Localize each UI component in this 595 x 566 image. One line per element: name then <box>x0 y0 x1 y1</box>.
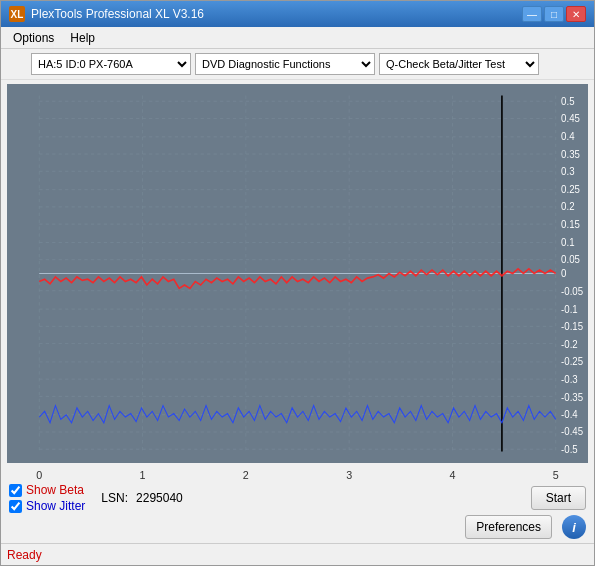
lsn-value: 2295040 <box>136 491 183 505</box>
svg-text:1: 1 <box>140 470 146 481</box>
toolbar: HA:5 ID:0 PX-760A DVD Diagnostic Functio… <box>1 49 594 80</box>
preferences-button[interactable]: Preferences <box>465 515 552 539</box>
drive-icon <box>7 54 27 74</box>
test-select[interactable]: Q-Check Beta/Jitter Test <box>379 53 539 75</box>
lsn-group: LSN: 2295040 <box>101 491 514 505</box>
svg-text:0: 0 <box>561 268 567 279</box>
title-bar: XL PlexTools Professional XL V3.16 — □ ✕ <box>1 1 594 27</box>
svg-text:3: 3 <box>346 470 352 481</box>
svg-text:2: 2 <box>243 470 249 481</box>
controls-row-1: Show Beta Show Jitter LSN: 2295040 Start <box>1 483 594 513</box>
status-bar: Ready <box>1 543 594 565</box>
lsn-label: LSN: <box>101 491 128 505</box>
svg-text:-0.3: -0.3 <box>561 373 578 384</box>
controls-row-2: Preferences i <box>1 513 594 543</box>
show-beta-checkbox[interactable] <box>9 484 22 497</box>
svg-text:-0.45: -0.45 <box>561 426 583 437</box>
menu-help[interactable]: Help <box>62 29 103 47</box>
svg-text:0.5: 0.5 <box>561 95 575 106</box>
svg-text:0.15: 0.15 <box>561 218 580 229</box>
svg-text:0.25: 0.25 <box>561 184 580 195</box>
function-select[interactable]: DVD Diagnostic Functions <box>195 53 375 75</box>
svg-text:0.05: 0.05 <box>561 254 580 265</box>
svg-text:0: 0 <box>36 470 42 481</box>
svg-text:-0.25: -0.25 <box>561 356 583 367</box>
start-button[interactable]: Start <box>531 486 586 510</box>
svg-text:-0.2: -0.2 <box>561 339 578 350</box>
svg-text:-0.1: -0.1 <box>561 303 578 314</box>
close-button[interactable]: ✕ <box>566 6 586 22</box>
menu-bar: Options Help <box>1 27 594 49</box>
show-jitter-group: Show Jitter <box>9 499 85 513</box>
svg-text:4: 4 <box>449 470 455 481</box>
app-icon: XL <box>9 6 25 22</box>
show-jitter-label: Show Jitter <box>26 499 85 513</box>
main-window: XL PlexTools Professional XL V3.16 — □ ✕… <box>0 0 595 566</box>
x-axis-labels: 0 1 2 3 4 5 <box>7 467 588 483</box>
svg-text:0.1: 0.1 <box>561 237 575 248</box>
svg-text:-0.5: -0.5 <box>561 443 578 454</box>
svg-text:5: 5 <box>553 470 559 481</box>
svg-text:0.3: 0.3 <box>561 165 575 176</box>
minimize-button[interactable]: — <box>522 6 542 22</box>
info-button[interactable]: i <box>562 515 586 539</box>
chart-area: High Low <box>7 84 588 463</box>
status-text: Ready <box>7 548 42 562</box>
svg-text:-0.4: -0.4 <box>561 409 578 420</box>
svg-text:0.45: 0.45 <box>561 113 580 124</box>
maximize-button[interactable]: □ <box>544 6 564 22</box>
svg-text:-0.05: -0.05 <box>561 286 583 297</box>
drive-select[interactable]: HA:5 ID:0 PX-760A <box>31 53 191 75</box>
menu-options[interactable]: Options <box>5 29 62 47</box>
show-jitter-checkbox[interactable] <box>9 500 22 513</box>
chart-svg: 0.5 0.45 0.4 0.35 0.3 0.25 0.2 0.15 0.1 … <box>7 84 588 463</box>
svg-text:-0.15: -0.15 <box>561 320 583 331</box>
window-controls: — □ ✕ <box>522 6 586 22</box>
show-beta-label: Show Beta <box>26 483 84 497</box>
window-title: PlexTools Professional XL V3.16 <box>31 7 204 21</box>
title-bar-left: XL PlexTools Professional XL V3.16 <box>9 6 204 22</box>
svg-text:0.35: 0.35 <box>561 148 580 159</box>
svg-text:-0.35: -0.35 <box>561 392 583 403</box>
svg-text:0.4: 0.4 <box>561 131 575 142</box>
svg-text:0.2: 0.2 <box>561 201 575 212</box>
show-beta-group: Show Beta <box>9 483 85 497</box>
